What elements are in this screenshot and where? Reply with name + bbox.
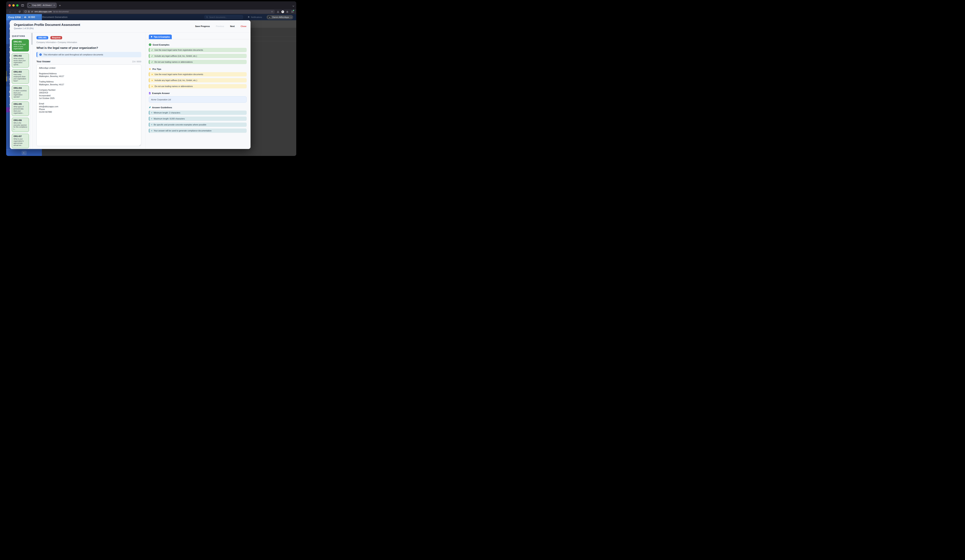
notifications-button[interactable]: Notifications	[248, 16, 262, 18]
star-icon: ★	[151, 85, 153, 87]
question-id-badge: ORG-001	[36, 36, 48, 39]
pro-tip-row: ★ Do not use trading names or abbreviati…	[149, 84, 247, 88]
tab-title: Corp GRC - AI-Driven GRC Platf	[32, 4, 52, 7]
question-title: What is the legal name of your organizat…	[36, 46, 141, 49]
search-input[interactable]: Search documents...	[204, 15, 243, 19]
minimize-window-button[interactable]	[12, 4, 15, 7]
scrollbar-thumb[interactable]	[31, 33, 33, 45]
lightbulb-icon	[151, 36, 152, 38]
save-progress-button[interactable]: Save Progress	[195, 25, 210, 28]
questions-panel: QUESTIONS ORG-001 What is the legal name…	[10, 33, 31, 149]
question-card-id: ORG-001	[13, 41, 27, 43]
good-examples-list: ✓ Use the exact legal name from registra…	[149, 48, 247, 64]
brand-logo[interactable]: Corp ERM	[8, 16, 21, 19]
info-icon: i	[39, 54, 42, 56]
good-example-row: ✓ Include any legal suffixes (Ltd, Inc, …	[149, 54, 247, 58]
tab-close-icon[interactable]: ×	[53, 4, 55, 7]
url-path: /ai-iso-documents/	[53, 11, 69, 13]
guideline-row: • Be specific and provide concrete examp…	[149, 122, 247, 127]
modal-title: Organization Profile Document Assessment	[14, 23, 80, 27]
questions-list: ORG-001 What is the legal name of your o…	[12, 39, 29, 149]
app-header: Corp ERM AI ISO Document Generation Sear…	[6, 14, 296, 20]
browser-tab[interactable]: ▲ Corp GRC - AI-Driven GRC Platf ×	[27, 3, 57, 8]
bell-icon	[248, 16, 250, 18]
example-answer-heading: Example Answer	[149, 92, 247, 95]
document-icon	[149, 92, 151, 95]
app-header-main: Document Generation Search documents... …	[42, 14, 296, 20]
sidebar-toggle-icon[interactable]	[21, 4, 24, 7]
guideline-row: • Your answer will be used to generate c…	[149, 129, 247, 133]
permissions-icon[interactable]	[31, 11, 33, 13]
search-icon	[206, 16, 208, 18]
question-card[interactable]: ORG-006 Who is the executive sponsor for…	[12, 118, 29, 132]
module-label: AI ISO	[28, 16, 35, 18]
window-controls	[8, 4, 18, 7]
reload-icon[interactable]	[18, 11, 21, 13]
questions-scrollbar[interactable]	[31, 33, 33, 149]
list-all-tabs-icon[interactable]	[293, 4, 294, 7]
shield-icon[interactable]	[25, 11, 27, 13]
question-card-text: How many employees does your organizatio…	[13, 73, 27, 82]
good-example-row: ✓ Do not use trading names or abbreviati…	[149, 60, 247, 64]
next-button[interactable]: Next	[230, 25, 235, 28]
star-icon: ★	[151, 73, 153, 75]
chevron-left-icon	[23, 152, 25, 153]
char-counter: 214 / 8000	[132, 60, 141, 63]
guideline-row: • Minimum length: 2 characters	[149, 111, 247, 115]
browser-toolbar: ← → erm.aibizzapps.com/ai-iso-documents/…	[6, 9, 296, 14]
new-tab-button[interactable]: +	[59, 4, 61, 7]
question-card[interactable]: ORG-007 What is your organization's appr…	[12, 134, 29, 148]
pro-tip-row: ★ Use the exact legal name from registra…	[149, 72, 247, 77]
menu-icon[interactable]	[291, 11, 294, 13]
user-menu[interactable]: Darren AiBizzApps	[267, 15, 293, 19]
downloads-icon[interactable]	[277, 11, 279, 13]
question-card-text: In which countries does your organizatio…	[13, 90, 27, 98]
user-name: Darren AiBizzApps	[272, 16, 289, 18]
breadcrumb: Company Information • Company Informatio…	[36, 41, 141, 43]
search-placeholder: Search documents...	[209, 16, 227, 18]
question-card-id: ORG-002	[13, 55, 27, 57]
previous-button[interactable]: Previous	[216, 25, 224, 28]
tips-examples-tab[interactable]: Tips & Examples	[149, 34, 172, 39]
question-detail: ORG-001 Required Company Information • C…	[33, 33, 146, 149]
question-card[interactable]: ORG-004 In which countries does your org…	[12, 85, 29, 100]
check-icon: ✓	[151, 55, 153, 57]
check-icon: ✓	[151, 49, 153, 51]
check-circle-icon: ✓	[149, 43, 151, 46]
pro-tips-heading: ★ Pro Tips	[149, 68, 247, 70]
extension-g-icon[interactable]: G	[281, 10, 284, 13]
bullet-icon: •	[151, 129, 152, 132]
quill-icon: ✎	[149, 106, 151, 109]
question-card[interactable]: ORG-002 What industry sector does your o…	[12, 53, 29, 68]
app-header-brand-area: Corp ERM AI ISO	[6, 14, 42, 20]
close-button[interactable]: Close	[240, 25, 247, 28]
question-card[interactable]: ORG-005 What types of personal data does…	[12, 101, 29, 116]
answer-textarea[interactable]: AiBizzApp Limited Registered Address Wal…	[36, 64, 141, 146]
info-text: This information will be used throughout…	[43, 54, 103, 56]
question-card[interactable]: ORG-003 How many employees does your org…	[12, 69, 29, 84]
tips-panel: Tips & Examples ✓ Good Examples ✓ Use th…	[146, 33, 250, 149]
pro-tip-row: ★ Include any legal suffixes (Ltd, Inc, …	[149, 78, 247, 82]
close-window-button[interactable]	[8, 4, 11, 7]
back-button[interactable]: ←	[9, 10, 11, 13]
question-card[interactable]: ORG-001 What is the legal name of your o…	[12, 39, 29, 52]
extensions-puzzle-icon[interactable]	[286, 11, 288, 13]
bullet-icon: •	[151, 123, 152, 126]
answer-guidelines-heading: ✎ Answer Guidelines	[149, 106, 247, 109]
question-card-id: ORG-003	[13, 71, 27, 73]
url-domain: erm.aibizzapps.com	[34, 11, 52, 13]
good-examples-heading: ✓ Good Examples	[149, 43, 247, 46]
question-card-id: ORG-007	[13, 135, 27, 137]
question-card-id: ORG-004	[13, 87, 27, 89]
lock-icon[interactable]	[28, 11, 30, 13]
example-answer-box: Acme Corporation Ltd	[149, 96, 247, 103]
guidelines-list: • Minimum length: 2 characters • Maximum…	[149, 111, 247, 133]
collapse-sidebar-button[interactable]	[21, 151, 27, 155]
forward-button[interactable]: →	[14, 10, 16, 13]
maximize-window-button[interactable]	[16, 4, 18, 7]
bookmark-star-icon[interactable]: ☆	[271, 10, 273, 13]
url-bar[interactable]: erm.aibizzapps.com/ai-iso-documents/ ☆	[23, 10, 275, 14]
answer-label: Your Answer	[36, 60, 51, 63]
tab-favicon-icon: ▲	[29, 4, 31, 7]
check-icon: ✓	[151, 61, 153, 63]
